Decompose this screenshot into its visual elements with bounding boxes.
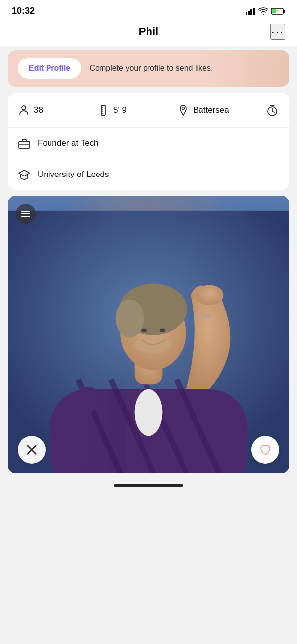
svg-point-34 [135, 335, 172, 354]
education-row: University of Leeds [8, 159, 289, 190]
svg-rect-16 [19, 141, 30, 148]
battery-icon [271, 7, 285, 15]
job-value: Founder at Tech [38, 138, 99, 148]
location-icon [177, 104, 189, 116]
height-value: 5' 9 [113, 105, 127, 115]
close-button[interactable] [18, 436, 46, 464]
age-stat: 38 [18, 104, 98, 116]
svg-point-31 [196, 285, 224, 305]
location-stat: Battersea [177, 104, 257, 116]
like-button[interactable] [251, 436, 279, 464]
svg-point-30 [116, 300, 144, 338]
height-stat: 5' 9 [98, 104, 177, 116]
svg-point-33 [160, 328, 165, 332]
photo-menu-button[interactable] [16, 204, 36, 224]
age-icon [18, 104, 30, 116]
height-icon [98, 104, 109, 116]
photo-section [8, 196, 289, 473]
svg-rect-2 [250, 9, 252, 15]
home-bar [114, 484, 183, 487]
svg-rect-35 [196, 314, 212, 318]
svg-rect-5 [283, 10, 285, 13]
age-value: 38 [34, 105, 43, 115]
info-card: 38 5' 9 Battersea [8, 93, 289, 190]
svg-point-8 [22, 106, 26, 110]
svg-rect-6 [272, 9, 276, 13]
edit-profile-button[interactable]: Edit Profile [18, 58, 81, 79]
signal-icon [246, 7, 255, 15]
svg-rect-3 [253, 8, 255, 15]
vertical-divider [259, 103, 259, 117]
location-value: Battersea [193, 105, 229, 115]
svg-rect-1 [248, 11, 250, 15]
menu-lines-icon [21, 209, 31, 219]
svg-point-14 [182, 107, 185, 110]
status-time: 10:32 [12, 6, 35, 16]
wifi-icon [258, 7, 268, 15]
profile-banner: Edit Profile Complete your profile to se… [8, 50, 289, 87]
timer-icon [265, 103, 279, 117]
banner-text: Complete your profile to send likes. [89, 63, 213, 74]
status-bar: 10:32 [0, 0, 297, 20]
stats-row: 38 5' 9 Battersea [8, 93, 289, 128]
home-indicator [0, 479, 297, 495]
extra-stat [261, 103, 279, 117]
svg-rect-0 [246, 12, 248, 15]
job-icon [18, 137, 31, 150]
status-icons [246, 7, 285, 15]
close-icon [25, 443, 39, 457]
svg-point-32 [141, 328, 147, 332]
heart-icon [258, 443, 272, 457]
svg-rect-9 [101, 105, 105, 115]
header: Phil ··· [0, 20, 297, 46]
person-photo [8, 196, 289, 473]
svg-point-26 [135, 389, 163, 436]
more-options-button[interactable]: ··· [270, 24, 285, 40]
page-title: Phil [139, 25, 158, 38]
job-row: Founder at Tech [8, 128, 289, 159]
education-value: University of Leeds [38, 170, 109, 179]
education-icon [18, 168, 31, 181]
